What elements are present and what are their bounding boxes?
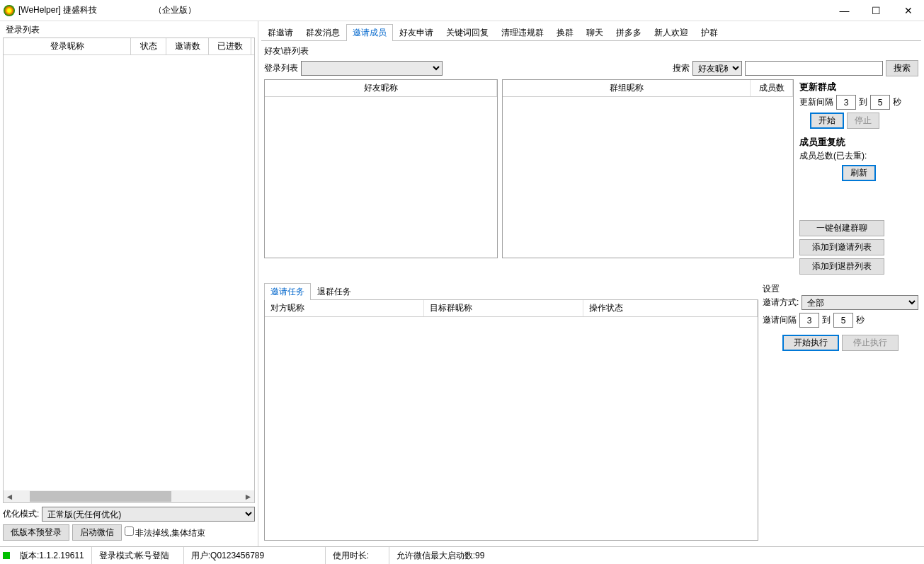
login-list-label: 登录列表 — [3, 23, 255, 38]
add-invite-list-button[interactable]: 添加到邀请列表 — [799, 239, 884, 255]
opt-mode-select[interactable]: 正常版(无任何优化) — [42, 507, 255, 522]
statusbar: 版本:1.1.2.19611 登录模式:帐号登陆 用户:Q0123456789 … — [0, 546, 924, 564]
login-list-select[interactable] — [301, 61, 443, 76]
task-col-target-group[interactable]: 目标群昵称 — [424, 300, 583, 316]
friend-list-col[interactable]: 好友昵称 — [265, 80, 497, 96]
add-exit-list-button[interactable]: 添加到退群列表 — [799, 258, 884, 275]
group-list-col-count[interactable]: 成员数 — [751, 80, 793, 96]
login-list[interactable]: 登录昵称 状态 邀请数 已进数 ◄ ► — [3, 38, 255, 503]
tab-exit-task[interactable]: 退群任务 — [311, 283, 358, 300]
update-start-button[interactable]: 开始 — [810, 113, 844, 129]
search-input[interactable] — [745, 61, 883, 76]
status-login-mode: 登录模式:帐号登陆 — [92, 547, 184, 564]
app-title-suffix: （企业版） — [154, 4, 196, 16]
status-allow: 允许微信最大启动数:99 — [389, 547, 492, 564]
invite-method-select[interactable]: 全部 — [802, 295, 918, 310]
tab-protect[interactable]: 护群 — [695, 24, 724, 41]
settings-panel: 设置 邀请方式: 全部 邀请间隔 到 秒 开始执行 停止执行 — [763, 283, 918, 541]
tab-friend-req[interactable]: 好友申请 — [393, 24, 440, 41]
update-to-input[interactable] — [870, 95, 890, 110]
tab-clean-group[interactable]: 清理违规群 — [495, 24, 550, 41]
task-col-status[interactable]: 操作状态 — [583, 300, 758, 316]
status-user: 用户:Q0123456789 — [184, 547, 326, 564]
update-stop-button: 停止 — [847, 113, 879, 129]
dedup-title: 成员重复统 — [799, 136, 918, 149]
status-version: 版本:1.1.2.19611 — [13, 547, 92, 564]
update-interval-label: 更新间隔 — [799, 96, 833, 108]
friend-list[interactable]: 好友昵称 — [264, 79, 498, 258]
invite-interval-label: 邀请间隔 — [763, 314, 797, 326]
opt-mode-label: 优化模式: — [3, 508, 39, 520]
titlebar: [WeHelper] 捷盛科技 （企业版） — ☐ ✕ — [0, 0, 924, 21]
low-version-login-button[interactable]: 低版本预登录 — [3, 524, 69, 541]
right-panel: 群邀请 群发消息 邀请成员 好友申请 关键词回复 清理违规群 换群 聊天 拼多多… — [258, 21, 924, 546]
settings-sec-label: 秒 — [856, 314, 865, 326]
col-joined[interactable]: 已进数 — [209, 38, 251, 54]
search-label: 搜索 — [673, 62, 690, 74]
task-list[interactable]: 对方昵称 目标群昵称 操作状态 — [264, 300, 758, 541]
tab-invite-task[interactable]: 邀请任务 — [264, 283, 311, 300]
main-tabs: 群邀请 群发消息 邀请成员 好友申请 关键词回复 清理违规群 换群 聊天 拼多多… — [261, 24, 921, 41]
refresh-button[interactable]: 刷新 — [842, 165, 876, 181]
illegal-offline-checkbox[interactable]: 非法掉线,集体结束 — [125, 526, 205, 539]
search-by-select[interactable]: 好友昵称 — [692, 61, 742, 76]
dedup-label: 成员总数(已去重): — [799, 150, 918, 162]
update-members-title: 更新群成 — [799, 81, 918, 93]
status-use-time: 使用时长: — [326, 547, 389, 564]
invite-to-input[interactable] — [833, 313, 853, 328]
tab-swap-group[interactable]: 换群 — [550, 24, 580, 41]
update-from-input[interactable] — [836, 95, 856, 110]
status-led-icon — [3, 552, 10, 559]
group-list[interactable]: 群组昵称 成员数 — [502, 79, 794, 258]
col-nickname[interactable]: 登录昵称 — [4, 38, 131, 54]
group-list-col-name[interactable]: 群组昵称 — [503, 80, 751, 96]
search-button[interactable]: 搜索 — [886, 60, 918, 76]
start-exec-button[interactable]: 开始执行 — [782, 335, 839, 351]
task-area: 邀请任务 退群任务 对方昵称 目标群昵称 操作状态 — [264, 283, 758, 541]
sec-label: 秒 — [893, 96, 901, 108]
start-wechat-button[interactable]: 启动微信 — [72, 524, 122, 541]
scrollbar-horizontal[interactable]: ◄ ► — [4, 490, 254, 502]
friend-group-label: 好友\群列表 — [261, 44, 921, 59]
close-button[interactable]: ✕ — [892, 0, 924, 21]
col-status[interactable]: 状态 — [131, 38, 166, 54]
tab-group-msg[interactable]: 群发消息 — [300, 24, 346, 41]
task-col-nickname[interactable]: 对方昵称 — [265, 300, 424, 316]
invite-method-label: 邀请方式: — [763, 297, 799, 309]
login-list-dropdown-label: 登录列表 — [264, 62, 298, 74]
login-list-header: 登录昵称 状态 邀请数 已进数 — [4, 38, 254, 55]
tab-chat[interactable]: 聊天 — [580, 24, 610, 41]
tab-pdd[interactable]: 拼多多 — [610, 24, 648, 41]
tab-invite-member[interactable]: 邀请成员 — [346, 24, 393, 41]
side-controls: 更新群成 更新间隔 到 秒 开始 停止 成员重复统 成员总数(已去重): — [798, 79, 918, 277]
tab-keyword-reply[interactable]: 关键词回复 — [440, 24, 495, 41]
to-label: 到 — [859, 96, 867, 108]
app-title: [WeHelper] 捷盛科技 — [18, 4, 97, 16]
col-invites[interactable]: 邀请数 — [166, 38, 209, 54]
left-panel: 登录列表 登录昵称 状态 邀请数 已进数 ◄ ► 优化模式: 正常版(无任何优化… — [0, 21, 258, 546]
invite-from-input[interactable] — [799, 313, 819, 328]
tab-welcome[interactable]: 新人欢迎 — [648, 24, 695, 41]
app-icon — [4, 5, 15, 16]
settings-title: 设置 — [763, 283, 918, 295]
stop-exec-button: 停止执行 — [842, 335, 899, 351]
tab-group-invite[interactable]: 群邀请 — [261, 24, 300, 41]
maximize-button[interactable]: ☐ — [860, 0, 892, 21]
minimize-button[interactable]: — — [828, 0, 860, 21]
create-group-button[interactable]: 一键创建群聊 — [799, 220, 884, 236]
settings-to-label: 到 — [822, 314, 831, 326]
